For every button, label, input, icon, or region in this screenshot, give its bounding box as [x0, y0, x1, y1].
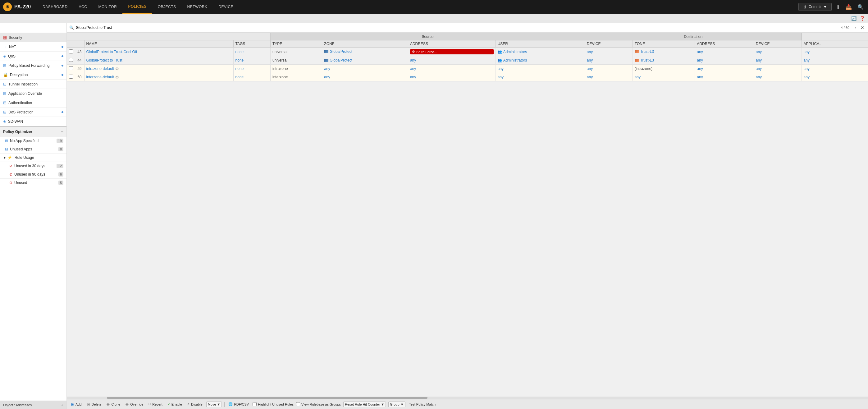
nav-acc[interactable]: ACC — [73, 0, 93, 14]
user-link[interactable]: Administrators — [503, 58, 527, 62]
dst-device-link[interactable]: any — [756, 66, 762, 71]
clone-button[interactable]: ⊕ Clone — [105, 401, 121, 407]
highlight-unused-checkbox[interactable] — [253, 402, 257, 406]
src-zone-link[interactable]: any — [324, 75, 330, 79]
row-checkbox[interactable] — [67, 73, 75, 81]
optimizer-collapse-button[interactable]: − — [61, 129, 63, 134]
dst-device-link[interactable]: any — [756, 58, 762, 62]
search-next-button[interactable]: → — [851, 25, 858, 31]
application-link[interactable]: any — [804, 58, 810, 62]
dst-address-link[interactable]: any — [697, 58, 703, 62]
nav-monitor[interactable]: MONITOR — [93, 0, 122, 14]
col-name[interactable]: NAME — [84, 40, 233, 48]
gear-icon[interactable]: ⚙ — [115, 75, 119, 80]
view-groups-checkbox[interactable] — [296, 402, 300, 406]
pdf-csv-button[interactable]: 🌐 PDF/CSV — [227, 402, 250, 407]
col-application[interactable]: APPLICA... — [802, 40, 868, 48]
search-icon[interactable]: 🔍 — [856, 3, 865, 11]
nav-dashboard[interactable]: DASHBOARD — [37, 0, 73, 14]
group-dropdown[interactable]: Group ▼ — [388, 402, 405, 407]
nav-network[interactable]: NETWORK — [182, 0, 213, 14]
sidebar-item-tunnel[interactable]: ⊡ Tunnel Inspection — [0, 80, 66, 89]
scrollbar-thumb[interactable] — [107, 397, 428, 399]
src-address-link[interactable]: any — [410, 58, 416, 62]
object-add-icon[interactable]: + — [61, 403, 63, 407]
commit-button[interactable]: 🖨 Commit ▼ — [798, 3, 832, 11]
nav-device[interactable]: DEVICE — [213, 0, 239, 14]
sidebar-item-dos[interactable]: ⊞ DoS Protection — [0, 108, 66, 117]
src-zone-link[interactable]: GlobalProtect — [330, 58, 352, 62]
row-select-checkbox[interactable] — [69, 66, 73, 70]
move-dropdown[interactable]: Move ▼ — [206, 402, 222, 407]
tags-value[interactable]: none — [236, 66, 244, 71]
sidebar-item-app-override[interactable]: ⊟ Application Override — [0, 89, 66, 98]
rule-name-link[interactable]: intrazone-default — [86, 66, 114, 71]
horizontal-scrollbar[interactable] — [67, 397, 868, 399]
optimizer-unused-90[interactable]: ⊘ Unused in 90 days 6 — [0, 170, 66, 179]
nav-objects[interactable]: OBJECTS — [152, 0, 182, 14]
disable-button[interactable]: ✗ Disable — [186, 402, 204, 407]
search-close-button[interactable]: ✕ — [859, 25, 866, 31]
sidebar-item-decryption[interactable]: 🔒 Decryption — [0, 70, 66, 80]
src-device-value[interactable]: any — [587, 75, 593, 79]
src-zone-link[interactable]: GlobalProtect — [330, 50, 352, 54]
row-select-checkbox[interactable] — [69, 75, 73, 79]
col-src-address[interactable]: ADDRESS — [408, 40, 496, 48]
col-dst-address[interactable]: ADDRESS — [695, 40, 754, 48]
optimizer-unused-apps[interactable]: ⊟ Unused Apps 8 — [0, 145, 66, 153]
col-src-user[interactable]: USER — [496, 40, 585, 48]
col-src-device[interactable]: DEVICE — [585, 40, 632, 48]
sidebar-item-authentication[interactable]: ⊞ Authentication — [0, 98, 66, 108]
test-policy-button[interactable]: Test Policy Match — [408, 402, 437, 407]
src-address-link[interactable]: any — [410, 66, 416, 71]
user-link[interactable]: Administrators — [503, 50, 527, 54]
nav-policies[interactable]: POLICIES — [122, 0, 152, 14]
application-link[interactable]: any — [804, 66, 810, 71]
revert-button[interactable]: ↺ Revert — [147, 402, 163, 407]
col-type[interactable]: TYPE — [270, 40, 322, 48]
tags-value[interactable]: none — [236, 50, 244, 54]
col-tags[interactable]: TAGS — [233, 40, 270, 48]
col-dst-device[interactable]: DEVICE — [754, 40, 802, 48]
col-src-zone[interactable]: ZONE — [322, 40, 408, 48]
sidebar-item-qos[interactable]: ◈ QoS — [0, 52, 66, 61]
optimizer-unused-30[interactable]: ⊘ Unused in 30 days 12 — [0, 162, 66, 170]
search-input[interactable] — [76, 26, 838, 30]
gear-icon[interactable]: ⚙ — [115, 66, 119, 71]
src-zone-link[interactable]: any — [324, 66, 330, 71]
row-select-checkbox[interactable] — [69, 58, 73, 62]
refresh-icon[interactable]: 🔄 — [851, 16, 857, 21]
dst-zone-link[interactable]: any — [635, 75, 641, 79]
object-label-bar[interactable]: Object : Addresses + — [0, 401, 66, 409]
sidebar-item-nat[interactable]: → NAT — [0, 42, 66, 52]
src-address-link[interactable]: any — [410, 75, 416, 79]
row-checkbox[interactable] — [67, 65, 75, 73]
dst-address-link[interactable]: any — [697, 66, 703, 71]
src-device-value[interactable]: any — [587, 66, 593, 71]
application-link[interactable]: any — [804, 75, 810, 79]
brute-force-tag[interactable]: ⚙ Brute Force... — [410, 49, 494, 54]
tags-value[interactable]: none — [236, 58, 244, 62]
rule-name-link[interactable]: GlobalProtect to Trust-Cool Off — [86, 50, 137, 54]
rule-name-link[interactable]: interzone-default — [86, 75, 114, 79]
src-device-value[interactable]: any — [587, 58, 593, 62]
rule-usage-header[interactable]: ▼ ⚡ Rule Usage — [0, 153, 66, 162]
help-icon[interactable]: ❓ — [860, 16, 865, 21]
row-checkbox[interactable] — [67, 48, 75, 56]
sidebar-item-sdwan[interactable]: ◈ SD-WAN — [0, 117, 66, 126]
optimizer-unused[interactable]: ⊘ Unused 5 — [0, 179, 66, 187]
dst-device-link[interactable]: any — [756, 50, 762, 54]
row-select-checkbox[interactable] — [69, 50, 73, 54]
dst-zone-link[interactable]: Trust-L3 — [640, 50, 654, 54]
src-device-value[interactable]: any — [587, 50, 593, 54]
override-button[interactable]: ⊕ Override — [124, 401, 145, 407]
application-link[interactable]: any — [804, 50, 810, 54]
rule-name-link[interactable]: GlobalProtect to Trust — [86, 58, 122, 62]
dst-address-link[interactable]: any — [697, 75, 703, 79]
tags-value[interactable]: none — [236, 75, 244, 79]
user-link[interactable]: any — [498, 66, 504, 71]
dst-address-link[interactable]: any — [697, 50, 703, 54]
optimizer-no-app[interactable]: ⊞ No App Specified 19 — [0, 137, 66, 145]
col-dst-zone[interactable]: ZONE — [632, 40, 695, 48]
download-icon[interactable]: 📥 — [844, 3, 853, 11]
